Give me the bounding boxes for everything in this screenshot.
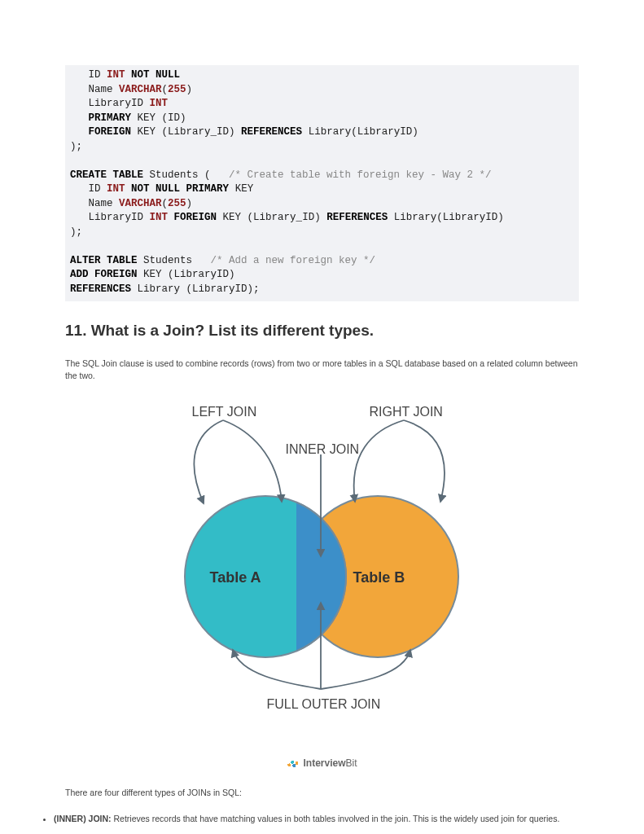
document-page: ID INT NOT NULL Name VARCHAR(255) Librar… <box>0 0 644 834</box>
brand-watermark: InterviewBit <box>65 756 579 770</box>
inner-join-desc: Retrieves records that have matching val… <box>112 814 560 823</box>
label-table-b: Table B <box>353 567 405 589</box>
label-full-outer-join: FULL OUTER JOIN <box>267 695 381 714</box>
list-item: (INNER) JOIN: Retrieves records that hav… <box>54 813 579 826</box>
inner-join-term: (INNER) JOIN: <box>54 814 112 823</box>
label-table-a: Table A <box>210 567 261 589</box>
label-right-join: RIGHT JOIN <box>370 402 443 422</box>
question-title: 11. What is a Join? List its different t… <box>65 319 579 343</box>
join-venn-diagram: LEFT JOIN RIGHT JOIN INNER JOIN Table A … <box>65 397 579 748</box>
circle-overlap <box>296 495 347 658</box>
label-left-join: LEFT JOIN <box>192 402 257 422</box>
join-types-intro: There are four different types of JOINs … <box>65 787 579 800</box>
join-types-list: (INNER) JOIN: Retrieves records that hav… <box>65 813 579 826</box>
code-block-foreign-key: ID INT NOT NULL Name VARCHAR(255) Librar… <box>65 65 579 301</box>
label-inner-join: INNER JOIN <box>286 440 360 459</box>
brand-dots-icon <box>287 758 300 768</box>
question-intro: The SQL Join clause is used to combine r… <box>65 358 579 384</box>
